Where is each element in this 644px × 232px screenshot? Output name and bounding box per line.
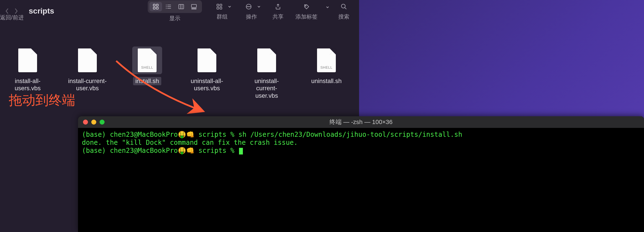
action-section: 操作 xyxy=(242,2,261,20)
folder-title: scripts xyxy=(29,7,54,16)
list-view-button[interactable] xyxy=(162,2,175,11)
svg-rect-19 xyxy=(217,7,219,9)
svg-rect-17 xyxy=(217,4,219,6)
terminal-body[interactable]: (base) chen23@MacBookPro🤑👊 scripts % sh … xyxy=(78,128,644,157)
group-label: 群组 xyxy=(217,13,228,20)
view-section: 显示 xyxy=(148,0,202,22)
traffic-lights xyxy=(83,120,105,125)
svg-point-7 xyxy=(166,5,167,5)
share-label: 共享 xyxy=(272,13,284,20)
chevron-down-icon[interactable] xyxy=(257,5,261,8)
svg-rect-15 xyxy=(193,8,194,9)
gallery-view-button[interactable] xyxy=(188,2,200,11)
tags-button[interactable] xyxy=(300,2,313,11)
file-name: uninstall.sh xyxy=(309,77,344,85)
file-icon xyxy=(252,47,282,74)
file-badge: SHELL xyxy=(138,65,157,69)
tags-label: 添加标签 xyxy=(295,13,318,20)
minimize-button[interactable] xyxy=(91,120,96,125)
chevron-down-icon[interactable] xyxy=(326,6,329,9)
finder-toolbar: 返回/前进 scripts 显示 xyxy=(0,0,359,22)
share-button[interactable] xyxy=(272,2,284,11)
group-section: 群组 xyxy=(213,2,231,20)
annotation-text: 拖动到终端 xyxy=(9,91,75,109)
svg-rect-13 xyxy=(191,4,196,7)
file-item[interactable]: SHELLinstall.sh xyxy=(125,47,169,100)
svg-point-9 xyxy=(166,8,167,8)
view-label: 显示 xyxy=(169,15,180,22)
zoom-button[interactable] xyxy=(100,120,105,125)
file-name: install-all-users.vbs xyxy=(6,77,50,93)
svg-point-25 xyxy=(305,5,306,6)
svg-point-8 xyxy=(166,6,167,7)
file-icon: SHELL xyxy=(132,47,162,74)
terminal-line: (base) chen23@MacBookPro🤑👊 scripts % sh … xyxy=(82,131,640,139)
file-name: uninstall-all-users.vbs xyxy=(185,77,229,93)
icon-view-button[interactable] xyxy=(149,2,162,11)
tags-section: 添加标签 xyxy=(295,2,318,20)
svg-rect-18 xyxy=(220,4,222,6)
close-button[interactable] xyxy=(83,120,88,125)
file-icon xyxy=(13,47,43,74)
svg-rect-20 xyxy=(220,7,222,9)
svg-rect-14 xyxy=(192,8,193,9)
terminal-cursor xyxy=(239,148,243,154)
svg-point-26 xyxy=(341,4,345,8)
nav-sublabel: 返回/前进 xyxy=(0,14,24,21)
chevron-down-icon[interactable] xyxy=(228,5,231,8)
svg-point-23 xyxy=(247,6,248,7)
terminal-line: done. the "kill Dock" command can fix th… xyxy=(82,139,640,147)
file-icon xyxy=(72,47,102,74)
group-button[interactable] xyxy=(213,2,226,11)
file-icon: SHELL xyxy=(311,47,341,74)
svg-point-22 xyxy=(248,6,249,7)
svg-rect-2 xyxy=(153,7,155,9)
terminal-titlebar[interactable]: 终端 — -zsh — 100×36 xyxy=(78,116,644,128)
file-item[interactable]: uninstall-all-users.vbs xyxy=(185,47,229,100)
file-name: install.sh xyxy=(133,77,161,85)
share-section: 共享 xyxy=(272,2,284,20)
more-section xyxy=(326,2,329,20)
file-icon xyxy=(192,47,222,74)
svg-line-27 xyxy=(345,7,346,9)
terminal-line: (base) chen23@MacBookPro🤑👊 scripts % xyxy=(82,147,640,155)
view-mode-group xyxy=(148,0,202,13)
column-view-button[interactable] xyxy=(175,2,188,11)
file-grid: install-all-users.vbsinstall-current-use… xyxy=(0,22,359,100)
file-name: uninstall-current-user.vbs xyxy=(245,77,289,100)
terminal-window: 终端 — -zsh — 100×36 (base) chen23@MacBook… xyxy=(78,116,644,232)
search-label: 搜索 xyxy=(338,13,349,20)
svg-point-24 xyxy=(250,6,250,7)
file-badge: SHELL xyxy=(317,65,336,69)
svg-rect-10 xyxy=(179,4,184,9)
file-item[interactable]: uninstall-current-user.vbs xyxy=(245,47,289,100)
search-button[interactable] xyxy=(337,2,350,11)
svg-rect-0 xyxy=(153,4,155,6)
search-section: 搜索 xyxy=(337,2,350,20)
action-label: 操作 xyxy=(246,13,257,20)
file-item[interactable]: SHELLuninstall.sh xyxy=(304,47,349,100)
svg-rect-3 xyxy=(156,7,158,9)
file-name: install-current-user.vbs xyxy=(65,77,110,93)
terminal-title: 终端 — -zsh — 100×36 xyxy=(329,118,393,126)
action-button[interactable] xyxy=(242,2,255,11)
svg-rect-16 xyxy=(195,8,196,9)
svg-rect-1 xyxy=(156,4,158,6)
